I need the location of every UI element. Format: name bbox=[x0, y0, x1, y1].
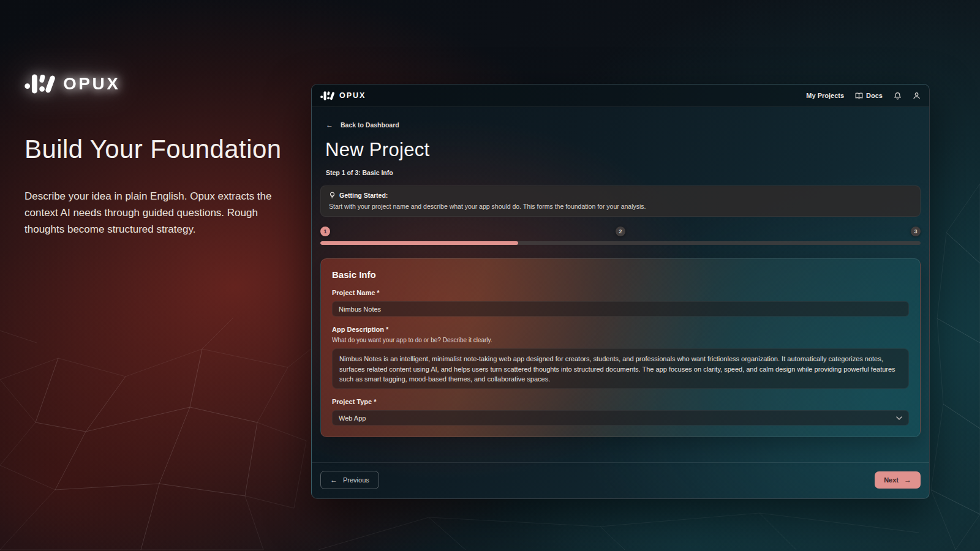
app-content: ← Back to Dashboard New Project Step 1 o… bbox=[312, 107, 929, 462]
app-window: OPUX My Projects Docs bbox=[311, 84, 930, 499]
card-title: Basic Info bbox=[332, 269, 909, 280]
project-type-label: Project Type * bbox=[332, 398, 909, 405]
arrow-right-icon: → bbox=[904, 476, 911, 484]
app-header: OPUX My Projects Docs bbox=[312, 84, 929, 107]
app-description-helper: What do you want your app to do or be? D… bbox=[332, 337, 909, 343]
previous-button[interactable]: ← Previous bbox=[320, 471, 379, 489]
wizard-steps: 1 2 3 bbox=[320, 227, 921, 236]
basic-info-card: Basic Info Project Name * App Descriptio… bbox=[320, 258, 921, 437]
bell-icon bbox=[894, 92, 902, 100]
project-name-input[interactable] bbox=[332, 301, 909, 317]
app-logo-text: OPUX bbox=[339, 91, 366, 100]
project-type-select[interactable]: Web App bbox=[332, 410, 909, 425]
getting-started-tip: Getting Started: Start with your project… bbox=[320, 186, 921, 217]
opux-logo-icon bbox=[320, 91, 335, 101]
app-description-label: App Description * bbox=[332, 326, 909, 333]
brand-logo: OPUX bbox=[24, 72, 120, 96]
hero-panel: OPUX Build Your Foundation Describe your… bbox=[24, 72, 300, 238]
next-button-label: Next bbox=[884, 476, 899, 484]
hero-description: Describe your idea in plain English. Opu… bbox=[24, 189, 289, 238]
notifications-button[interactable] bbox=[894, 92, 902, 100]
back-link-label: Back to Dashboard bbox=[341, 121, 399, 129]
previous-button-label: Previous bbox=[343, 476, 369, 484]
opux-logo-icon bbox=[24, 72, 56, 96]
step-indicator-text: Step 1 of 3: Basic Info bbox=[326, 169, 921, 176]
step-circle-2[interactable]: 2 bbox=[616, 227, 625, 236]
page-title: New Project bbox=[325, 139, 921, 161]
lightbulb-icon bbox=[329, 192, 336, 199]
progress-bar bbox=[320, 241, 921, 245]
project-type-value: Web App bbox=[339, 414, 366, 422]
app-description-textarea[interactable]: Nimbus Notes is an intelligent, minimali… bbox=[332, 348, 909, 389]
brand-logo-text: OPUX bbox=[63, 74, 120, 94]
step-circle-3[interactable]: 3 bbox=[911, 227, 921, 236]
progress-fill bbox=[320, 241, 518, 245]
account-button[interactable] bbox=[913, 92, 921, 100]
tip-body: Start with your project name and describ… bbox=[329, 203, 912, 210]
tip-title-row: Getting Started: bbox=[329, 192, 912, 199]
wizard-footer: ← Previous Next → bbox=[312, 462, 929, 498]
tip-title: Getting Started: bbox=[339, 192, 388, 199]
nav-my-projects[interactable]: My Projects bbox=[806, 92, 844, 99]
nav-docs-label: Docs bbox=[866, 92, 883, 99]
book-icon bbox=[855, 92, 863, 100]
hero-headline: Build Your Foundation bbox=[24, 135, 300, 164]
chevron-down-icon bbox=[896, 416, 902, 420]
user-icon bbox=[913, 92, 921, 100]
nav-docs[interactable]: Docs bbox=[855, 92, 883, 100]
back-to-dashboard-link[interactable]: ← Back to Dashboard bbox=[326, 121, 399, 129]
project-name-label: Project Name * bbox=[332, 289, 909, 296]
app-logo[interactable]: OPUX bbox=[320, 91, 366, 101]
arrow-left-icon: ← bbox=[326, 121, 333, 129]
step-circle-1[interactable]: 1 bbox=[320, 227, 330, 236]
header-nav: My Projects Docs bbox=[806, 92, 921, 100]
next-button[interactable]: Next → bbox=[875, 471, 921, 489]
arrow-left-icon: ← bbox=[330, 476, 337, 484]
